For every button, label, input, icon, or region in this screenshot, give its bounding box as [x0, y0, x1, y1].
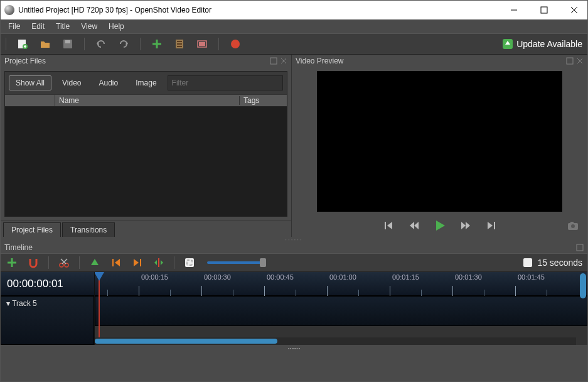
separator	[140, 38, 141, 50]
fast-forward-icon[interactable]	[460, 220, 471, 233]
svg-rect-15	[177, 46, 182, 47]
menu-title[interactable]: Title	[51, 21, 75, 32]
rewind-icon[interactable]	[409, 220, 420, 233]
undock-icon[interactable]	[270, 57, 277, 65]
bottom-tab-transitions[interactable]: Transitions	[62, 222, 115, 237]
track-name: Track 5	[12, 299, 37, 308]
project-files-list[interactable]	[5, 107, 287, 216]
separator	[48, 256, 49, 269]
filter-tab-image[interactable]: Image	[129, 75, 163, 90]
menu-help[interactable]: Help	[104, 21, 129, 32]
zoom-label: 15 seconds	[537, 258, 582, 268]
separator	[79, 256, 80, 269]
video-preview-header: Video Preview	[292, 55, 587, 67]
svg-rect-9	[65, 40, 70, 43]
play-icon[interactable]	[434, 219, 446, 234]
maximize-button[interactable]	[535, 4, 553, 16]
update-arrow-icon	[503, 39, 513, 49]
new-project-icon[interactable]	[16, 38, 29, 50]
separator	[174, 256, 174, 269]
import-files-icon[interactable]	[151, 38, 163, 50]
next-marker-icon[interactable]	[131, 256, 144, 269]
filter-tab-audio[interactable]: Audio	[92, 75, 126, 90]
svg-rect-26	[494, 222, 495, 229]
razor-icon[interactable]	[58, 256, 70, 269]
project-files-columns: Name Tags	[5, 94, 287, 107]
menu-view[interactable]: View	[76, 21, 102, 32]
svg-rect-37	[112, 259, 114, 266]
separator	[6, 38, 6, 50]
snapshot-icon[interactable]	[567, 221, 579, 232]
playhead[interactable]	[99, 272, 100, 345]
window-title: Untitled Project [HD 720p 30 fps] - Open…	[18, 6, 505, 14]
column-thumbnail[interactable]	[5, 95, 55, 106]
filter-tab-show-all[interactable]: Show All	[9, 75, 51, 90]
svg-rect-17	[199, 42, 205, 46]
jump-start-icon[interactable]	[383, 220, 395, 233]
undock-icon[interactable]	[566, 57, 574, 65]
jump-end-icon[interactable]	[485, 220, 496, 233]
app-logo-icon	[4, 5, 14, 15]
track-row[interactable]	[95, 296, 587, 326]
open-project-icon[interactable]	[39, 38, 51, 50]
filter-tab-video[interactable]: Video	[55, 75, 88, 90]
redo-icon[interactable]	[117, 38, 130, 50]
video-preview-canvas[interactable]	[317, 71, 562, 212]
zoom-scale-icon	[523, 258, 532, 267]
svg-rect-30	[577, 244, 583, 251]
center-playhead-icon[interactable]	[152, 256, 165, 269]
horizontal-splitter[interactable]: ······	[1, 237, 587, 242]
update-available-button[interactable]: Update Available	[503, 39, 582, 49]
svg-rect-25	[385, 222, 386, 229]
horizontal-scrollbar[interactable]	[95, 337, 576, 345]
undo-icon[interactable]	[95, 38, 107, 50]
column-name[interactable]: Name	[55, 96, 240, 105]
svg-point-28	[571, 224, 575, 228]
zoom-slider[interactable]	[207, 261, 264, 264]
close-button[interactable]	[565, 4, 584, 16]
prev-marker-icon[interactable]	[110, 256, 122, 269]
profile-icon[interactable]	[173, 38, 186, 50]
close-panel-icon[interactable]	[576, 57, 584, 65]
project-files-panel-header: Project Files	[1, 55, 291, 67]
main-toolbar: Update Available	[1, 33, 587, 55]
svg-rect-40	[185, 258, 194, 267]
timeline-toolbar: 15 seconds	[1, 253, 587, 272]
menu-bar: File Edit Title View Help	[1, 19, 587, 33]
grip-dots-icon: ······	[287, 344, 300, 352]
close-panel-icon[interactable]	[280, 57, 287, 65]
track-chevron-icon: ▾	[6, 299, 12, 308]
separator	[84, 38, 85, 50]
undock-icon[interactable]	[576, 244, 584, 251]
menu-file[interactable]: File	[3, 21, 25, 32]
column-tags[interactable]: Tags	[240, 96, 287, 105]
filter-input[interactable]	[168, 75, 283, 90]
svg-rect-19	[270, 58, 277, 64]
project-files-title: Project Files	[4, 57, 46, 65]
video-preview-title: Video Preview	[296, 57, 344, 65]
update-label: Update Available	[516, 39, 582, 49]
timecode-display[interactable]: 00:00:00:01	[1, 272, 94, 296]
timeline-ruler[interactable]: 00:00:1500:00:3000:00:4500:01:0000:01:15…	[95, 272, 587, 296]
zoom-tool-icon[interactable]	[183, 256, 196, 269]
minimize-button[interactable]	[505, 4, 523, 16]
add-marker-icon[interactable]	[88, 256, 101, 269]
track-header[interactable]: ▾ Track 5	[1, 296, 94, 345]
svg-rect-14	[177, 43, 182, 45]
menu-edit[interactable]: Edit	[26, 21, 50, 32]
fullscreen-icon[interactable]	[196, 38, 208, 50]
save-project-icon[interactable]	[61, 38, 74, 50]
svg-rect-29	[570, 222, 574, 224]
export-video-icon[interactable]	[229, 38, 242, 50]
timeline-title: Timeline	[4, 243, 33, 252]
separator	[218, 38, 219, 50]
snap-icon[interactable]	[27, 256, 40, 269]
svg-rect-1	[541, 7, 547, 13]
svg-rect-22	[567, 58, 573, 64]
vertical-scrollbar[interactable]	[579, 272, 587, 337]
timeline-panel-header: Timeline	[1, 242, 587, 253]
add-track-icon[interactable]	[6, 256, 18, 269]
bottom-tab-project-files[interactable]: Project Files	[3, 222, 61, 237]
svg-rect-13	[177, 41, 182, 42]
svg-rect-38	[140, 259, 141, 266]
